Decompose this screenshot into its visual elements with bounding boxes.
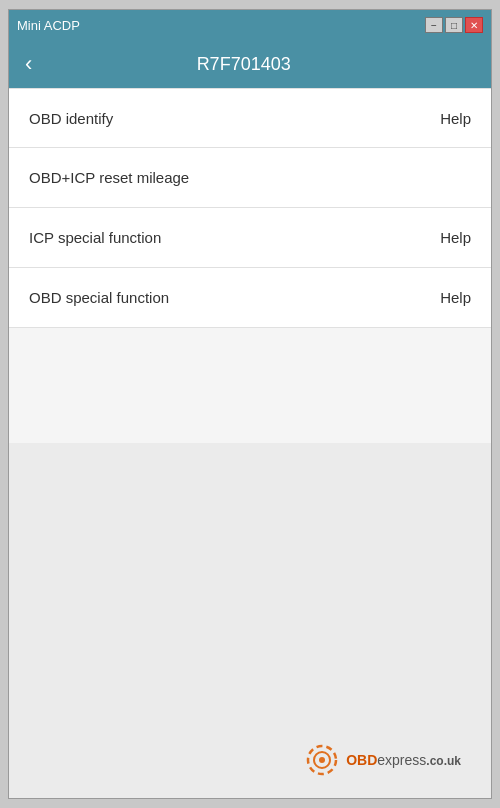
title-bar: Mini ACDP − □ ✕ bbox=[9, 10, 491, 40]
menu-item-label: ICP special function bbox=[29, 229, 161, 246]
menu-item-label: OBD identify bbox=[29, 110, 113, 127]
menu-item-help[interactable]: Help bbox=[440, 110, 471, 127]
title-bar-controls: − □ ✕ bbox=[425, 17, 483, 33]
menu-item-help[interactable]: Help bbox=[440, 229, 471, 246]
menu-item-label: OBD special function bbox=[29, 289, 169, 306]
maximize-button[interactable]: □ bbox=[445, 17, 463, 33]
menu-item-help[interactable]: Help bbox=[440, 289, 471, 306]
title-bar-left: Mini ACDP bbox=[17, 18, 80, 33]
page-title: R7F701403 bbox=[42, 54, 445, 75]
svg-point-2 bbox=[319, 757, 325, 763]
menu-list: OBD identify Help OBD+ICP reset mileage … bbox=[9, 88, 491, 443]
app-window: Mini ACDP − □ ✕ ‹ R7F701403 OBD identify… bbox=[8, 9, 492, 799]
menu-item-icp-special[interactable]: ICP special function Help bbox=[9, 208, 491, 268]
watermark: OBDexpress.co.uk bbox=[304, 742, 461, 778]
watermark-tld: .co.uk bbox=[426, 754, 461, 768]
minimize-button[interactable]: − bbox=[425, 17, 443, 33]
watermark-brand: OBD bbox=[346, 752, 377, 768]
menu-item-obd-identify[interactable]: OBD identify Help bbox=[9, 88, 491, 148]
close-button[interactable]: ✕ bbox=[465, 17, 483, 33]
window-title: Mini ACDP bbox=[17, 18, 80, 33]
watermark-text: OBDexpress.co.uk bbox=[346, 752, 461, 768]
watermark-logo-icon bbox=[304, 742, 340, 778]
back-button[interactable]: ‹ bbox=[25, 53, 32, 75]
watermark-suffix: express bbox=[377, 752, 426, 768]
menu-item-label: OBD+ICP reset mileage bbox=[29, 169, 189, 186]
menu-item-obd-special[interactable]: OBD special function Help bbox=[9, 268, 491, 328]
app-header: ‹ R7F701403 bbox=[9, 40, 491, 88]
menu-item-obd-icp-reset[interactable]: OBD+ICP reset mileage bbox=[9, 148, 491, 208]
